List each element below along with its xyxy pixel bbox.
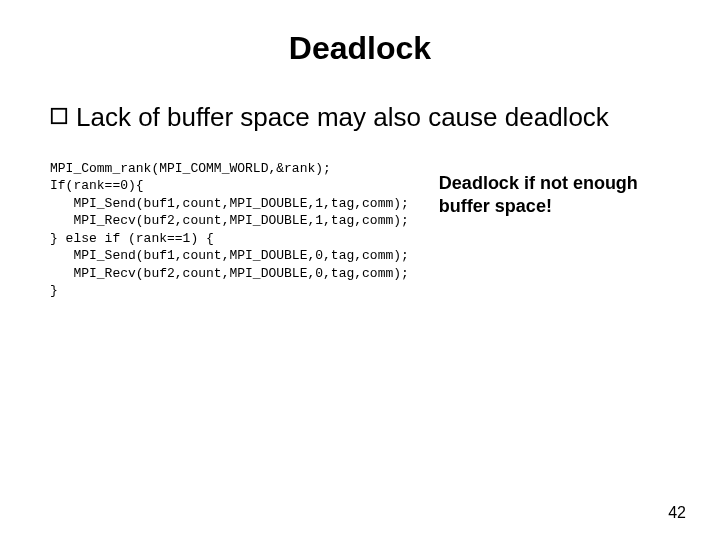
content-row: MPI_Comm_rank(MPI_COMM_WORLD,&rank); If(…: [50, 160, 670, 300]
slide: Deadlock Lack of buffer space may also c…: [0, 0, 720, 540]
page-number: 42: [668, 504, 686, 522]
code-block: MPI_Comm_rank(MPI_COMM_WORLD,&rank); If(…: [50, 160, 409, 300]
svg-rect-0: [52, 109, 66, 123]
slide-title: Deadlock: [50, 30, 670, 67]
bullet-text: Lack of buffer space may also cause dead…: [76, 101, 609, 134]
square-bullet-icon: [50, 107, 68, 125]
annotation-text: Deadlock if not enough buffer space!: [439, 172, 670, 219]
bullet-row: Lack of buffer space may also cause dead…: [50, 101, 670, 134]
